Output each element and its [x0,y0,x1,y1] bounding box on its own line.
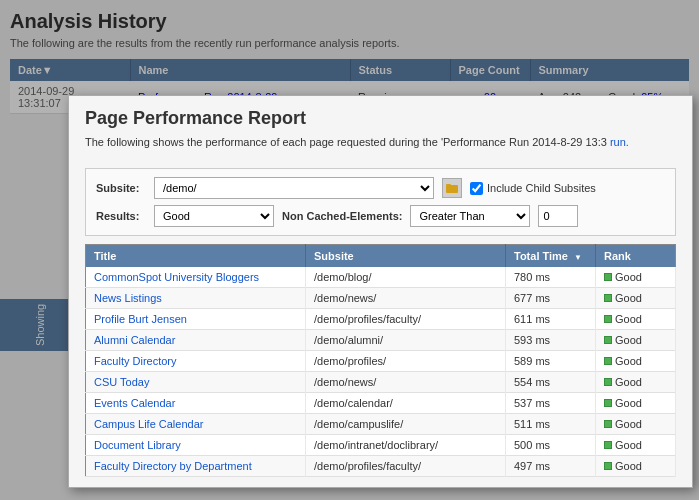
modal-title: Page Performance Report [85,108,676,129]
cell-rank: Good [596,267,676,288]
cell-rank: Good [596,309,676,330]
cell-time: 780 ms [506,267,596,288]
table-row: Campus Life Calendar/demo/campuslife/511… [86,414,676,435]
table-row: Events Calendar/demo/calendar/537 ms Goo… [86,393,676,414]
cell-time: 511 ms [506,414,596,435]
col-title-header[interactable]: Title [86,245,306,268]
cell-subsite: /demo/profiles/faculty/ [306,456,506,477]
cell-subsite: /demo/alumni/ [306,330,506,351]
cell-subsite: /demo/calendar/ [306,393,506,414]
cell-rank: Good [596,435,676,456]
good-dot-icon [604,378,612,386]
col-subsite-header[interactable]: Subsite [306,245,506,268]
good-dot-icon [604,441,612,449]
filter-section: Subsite: /demo/ Include Child Subsites [85,168,676,236]
table-row: Document Library/demo/intranet/doclibrar… [86,435,676,456]
cell-time: 497 ms [506,456,596,477]
good-dot-icon [604,273,612,281]
cell-rank: Good [596,288,676,309]
non-cached-select[interactable]: Greater Than Less Than Equal To [410,205,530,227]
results-label: Results: [96,210,146,222]
cell-title: Events Calendar [86,393,306,414]
title-link[interactable]: Faculty Directory by Department [94,460,252,472]
non-cached-input[interactable] [538,205,578,227]
folder-icon [446,182,458,194]
cell-title: News Listings [86,288,306,309]
cell-subsite: /demo/campuslife/ [306,414,506,435]
cell-subsite: /demo/profiles/ [306,351,506,372]
title-link[interactable]: Profile Burt Jensen [94,313,187,325]
cell-title: Faculty Directory by Department [86,456,306,477]
cell-rank: Good [596,330,676,351]
col-time-header[interactable]: Total Time ▼ [506,245,596,268]
cell-time: 537 ms [506,393,596,414]
subsite-icon-button[interactable] [442,178,462,198]
table-row: CommonSpot University Bloggers/demo/blog… [86,267,676,288]
title-link[interactable]: News Listings [94,292,162,304]
good-dot-icon [604,357,612,365]
cell-title: CSU Today [86,372,306,393]
good-dot-icon [604,294,612,302]
cell-subsite: /demo/intranet/doclibrary/ [306,435,506,456]
good-dot-icon [604,315,612,323]
modal-dialog: Page Performance Report The following sh… [68,95,693,488]
title-link[interactable]: Document Library [94,439,181,451]
svg-rect-0 [446,185,458,193]
include-child-text: Include Child Subsites [487,182,596,194]
cell-rank: Good [596,372,676,393]
results-row: Results: Good Fair Poor All Non Cached-E… [96,205,665,227]
cell-rank: Good [596,351,676,372]
description-text: The following shows the performance of e… [85,136,607,148]
cell-time: 589 ms [506,351,596,372]
good-dot-icon [604,420,612,428]
cell-rank: Good [596,393,676,414]
title-link[interactable]: Alumni Calendar [94,334,175,346]
cell-title: Faculty Directory [86,351,306,372]
title-link[interactable]: Campus Life Calendar [94,418,203,430]
table-row: Faculty Directory/demo/profiles/589 ms G… [86,351,676,372]
modal-description: The following shows the performance of e… [85,135,676,150]
cell-title: Profile Burt Jensen [86,309,306,330]
cell-time: 554 ms [506,372,596,393]
cell-rank: Good [596,414,676,435]
title-link[interactable]: Faculty Directory [94,355,177,367]
results-table: Title Subsite Total Time ▼ Rank CommonSp… [85,244,676,477]
subsite-row: Subsite: /demo/ Include Child Subsites [96,177,665,199]
table-row: Faculty Directory by Department/demo/pro… [86,456,676,477]
good-dot-icon [604,462,612,470]
cell-rank: Good [596,456,676,477]
cell-time: 677 ms [506,288,596,309]
title-link[interactable]: CommonSpot University Bloggers [94,271,259,283]
title-link[interactable]: Events Calendar [94,397,175,409]
cell-title: Alumni Calendar [86,330,306,351]
cell-time: 611 ms [506,309,596,330]
include-child-label[interactable]: Include Child Subsites [470,182,596,195]
good-dot-icon [604,399,612,407]
cell-subsite: /demo/news/ [306,288,506,309]
modal-body: Subsite: /demo/ Include Child Subsites [69,158,692,487]
col-rank-header[interactable]: Rank [596,245,676,268]
description-link[interactable]: run. [610,136,629,148]
non-cached-label: Non Cached-Elements: [282,210,402,222]
results-select[interactable]: Good Fair Poor All [154,205,274,227]
cell-subsite: /demo/profiles/faculty/ [306,309,506,330]
table-row: Profile Burt Jensen/demo/profiles/facult… [86,309,676,330]
subsite-select[interactable]: /demo/ [154,177,434,199]
table-row: Alumni Calendar/demo/alumni/593 ms Good [86,330,676,351]
cell-subsite: /demo/news/ [306,372,506,393]
cell-subsite: /demo/blog/ [306,267,506,288]
include-child-checkbox[interactable] [470,182,483,195]
subsite-label: Subsite: [96,182,146,194]
cell-time: 593 ms [506,330,596,351]
modal-header: Page Performance Report The following sh… [69,96,692,158]
title-link[interactable]: CSU Today [94,376,149,388]
table-row: News Listings/demo/news/677 ms Good [86,288,676,309]
table-row: CSU Today/demo/news/554 ms Good [86,372,676,393]
good-dot-icon [604,336,612,344]
cell-time: 500 ms [506,435,596,456]
svg-rect-1 [446,184,451,186]
cell-title: Document Library [86,435,306,456]
cell-title: Campus Life Calendar [86,414,306,435]
cell-title: CommonSpot University Bloggers [86,267,306,288]
